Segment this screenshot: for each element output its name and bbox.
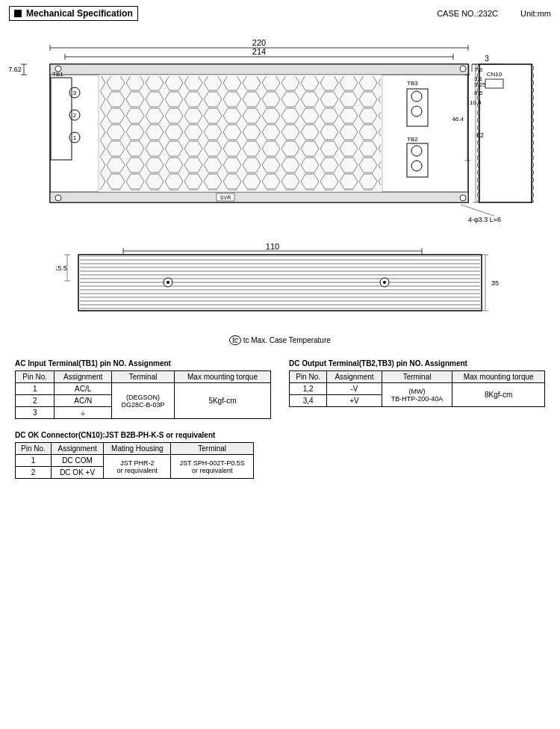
svg-text:SVR: SVR	[220, 195, 231, 200]
temp-label: tc tc Max. Case Temperature	[16, 336, 544, 344]
svg-point-40	[55, 66, 61, 72]
svg-line-61	[461, 205, 494, 216]
svg-point-35	[411, 146, 422, 156]
svg-rect-46	[485, 79, 503, 88]
terminal-cell: JST SPH-002T-P0.5Sor requivalent	[171, 455, 254, 479]
mating-housing-cell: JST PHR-2or requivalent	[104, 455, 171, 479]
svg-point-41	[460, 66, 466, 72]
col-terminal: Terminal	[171, 443, 254, 455]
svg-text:3: 3	[73, 90, 77, 96]
svg-point-81	[383, 281, 386, 284]
svg-text:220: 220	[252, 38, 266, 47]
col-pin-no: Pin No.	[16, 443, 52, 455]
temp-text: tc Max. Case Temperature	[243, 336, 331, 344]
col-assignment: Assignment	[327, 371, 382, 383]
col-terminal: Terminal	[112, 371, 175, 383]
assignment: AC/N	[55, 395, 112, 407]
svg-rect-14	[50, 192, 468, 202]
assignment: +V	[327, 395, 382, 407]
top-drawing-svg: 220 214 3	[9, 25, 554, 227]
svg-text:1: 1	[73, 134, 77, 141]
assignment: ⏚	[55, 407, 112, 419]
bottom-diagram: 110 15.5 35	[16, 243, 544, 344]
svg-text:62: 62	[476, 131, 484, 139]
table-row: 1,2 -V (MW)TB-HTP-200-40A 8Kgf-cm	[290, 383, 545, 395]
svg-rect-13	[50, 64, 468, 75]
top-diagram: 220 214 3	[9, 25, 551, 229]
title-square-icon	[14, 10, 22, 17]
col-pin-no: Pin No.	[16, 371, 55, 383]
header-right: CASE NO.:232C Unit:mm	[437, 9, 551, 18]
unit: Unit:mm	[520, 9, 551, 18]
pin-no: 1	[16, 383, 55, 395]
tables-section: AC Input Terminal(TB1) pin NO. Assignmen…	[9, 359, 551, 419]
dc-output-table: Pin No. Assignment Terminal Max mounting…	[289, 370, 545, 407]
table-row: 1 DC COM JST PHR-2or requivalent JST SPH…	[16, 455, 254, 467]
header: Mechanical Specification CASE NO.:232C U…	[9, 6, 551, 21]
dc-output-table-group: DC Output Terminal(TB2,TB3) pin NO. Assi…	[289, 359, 545, 419]
assignment: AC/L	[55, 383, 112, 395]
col-terminal: Terminal	[382, 371, 452, 383]
svg-point-43	[460, 195, 466, 201]
bottom-drawing-svg: 110 15.5 35	[56, 243, 504, 333]
svg-rect-17	[100, 76, 381, 190]
svg-point-31	[411, 91, 422, 102]
col-mating-housing: Mating Housing	[104, 443, 171, 455]
table-row: 1 AC/L (DEGSON)DG28C-B-03P 5Kgf-cm	[16, 383, 271, 395]
page: Mechanical Specification CASE NO.:232C U…	[0, 0, 560, 729]
svg-text:15.5: 15.5	[56, 264, 67, 272]
ac-input-table: Pin No. Assignment Terminal Max mounting…	[15, 370, 271, 419]
cn10-table-title: DC OK Connector(CN10):JST B2B-PH-K-S or …	[15, 431, 545, 439]
col-pin-no: Pin No.	[290, 371, 327, 383]
assignment: -V	[327, 383, 382, 395]
svg-text:4-φ3.3 L=6: 4-φ3.3 L=6	[468, 216, 501, 223]
pin-no: 2	[16, 395, 55, 407]
cn10-table: Pin No. Assignment Mating Housing Termin…	[15, 442, 254, 479]
title-box: Mechanical Specification	[9, 6, 138, 21]
svg-text:TB2: TB2	[407, 136, 418, 143]
svg-point-36	[411, 161, 422, 171]
pin-no: 1,2	[290, 383, 327, 395]
col-torque: Max mounting torque	[175, 371, 271, 383]
pin-no: 2	[16, 467, 52, 479]
svg-text:TB3: TB3	[407, 80, 418, 87]
terminal-cell: (MW)TB-HTP-200-40A	[382, 383, 452, 407]
col-torque: Max mounting torque	[452, 371, 545, 383]
col-assignment: Assignment	[55, 371, 112, 383]
svg-point-32	[411, 106, 422, 117]
ac-input-table-group: AC Input Terminal(TB1) pin NO. Assignmen…	[15, 359, 271, 419]
cn10-table-group: DC OK Connector(CN10):JST B2B-PH-K-S or …	[9, 431, 551, 479]
svg-text:7.62: 7.62	[9, 66, 22, 73]
svg-point-42	[55, 195, 61, 201]
assignment: DC OK +V	[51, 467, 103, 479]
page-title: Mechanical Specification	[26, 8, 133, 19]
col-assignment: Assignment	[51, 443, 103, 455]
svg-text:3.25: 3.25	[474, 81, 486, 88]
svg-text:CN10: CN10	[487, 71, 503, 78]
torque-cell: 5Kgf-cm	[175, 383, 271, 419]
svg-text:46.4: 46.4	[452, 116, 464, 122]
svg-text:110: 110	[266, 243, 279, 251]
pin-no: 3	[16, 407, 55, 419]
case-no: CASE NO.:232C	[437, 9, 498, 18]
pin-no: 3,4	[290, 395, 327, 407]
terminal-cell: (DEGSON)DG28C-B-03P	[112, 383, 175, 419]
pin-no: 1	[16, 455, 52, 467]
ac-input-table-title: AC Input Terminal(TB1) pin NO. Assignmen…	[15, 359, 271, 367]
torque-cell: 8Kgf-cm	[452, 383, 545, 407]
svg-text:35: 35	[491, 279, 499, 287]
svg-point-79	[167, 281, 169, 284]
svg-text:2: 2	[73, 112, 77, 119]
assignment: DC COM	[51, 455, 103, 467]
dc-output-table-title: DC Output Terminal(TB2,TB3) pin NO. Assi…	[289, 359, 545, 367]
svg-rect-69	[80, 256, 480, 309]
svg-text:214: 214	[252, 47, 266, 56]
svg-text:3: 3	[485, 55, 489, 63]
